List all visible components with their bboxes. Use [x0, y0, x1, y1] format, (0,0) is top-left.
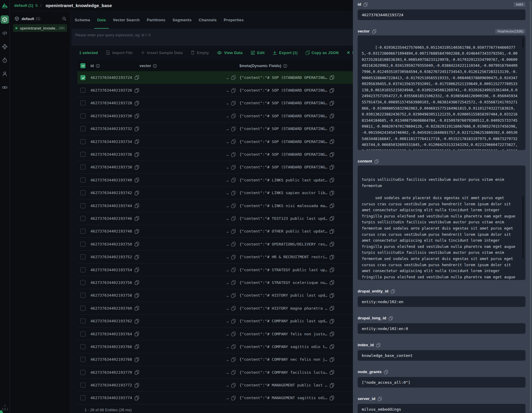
table-row[interactable]: 462737634402193732 … {"content":"# SOP (… [77, 123, 368, 135]
row-checkbox[interactable] [80, 229, 85, 234]
copy-icon[interactable] [330, 229, 334, 233]
copy-icon[interactable] [135, 178, 139, 182]
copy-icon[interactable] [330, 383, 334, 387]
connections-nav-icon[interactable] [1, 83, 9, 92]
table-row[interactable]: 462737634402193754 … {"content":"# STRAT… [77, 264, 368, 276]
edit-button[interactable]: Edit [251, 51, 265, 55]
copy-icon[interactable] [330, 191, 334, 195]
copy-icon[interactable] [330, 280, 334, 284]
copy-icon[interactable] [330, 114, 334, 118]
copy-icon[interactable] [231, 204, 235, 208]
row-checkbox[interactable] [80, 216, 85, 221]
table-row[interactable]: 462737634402193766 … {"content":"# COMPA… [77, 340, 368, 353]
row-checkbox[interactable] [80, 383, 85, 388]
copy-icon[interactable] [364, 2, 367, 6]
copy-icon[interactable] [330, 127, 334, 131]
row-checkbox[interactable] [80, 344, 85, 349]
copy-icon[interactable] [330, 396, 334, 400]
copy-icon[interactable] [330, 319, 334, 323]
copy-icon[interactable] [135, 216, 139, 220]
select-all-checkbox[interactable] [80, 63, 85, 68]
import-file-button[interactable]: Import File [106, 50, 133, 55]
export-button[interactable]: Export (1) [273, 51, 298, 55]
row-checkbox[interactable] [80, 100, 85, 105]
copy-icon[interactable] [330, 75, 334, 79]
copy-icon[interactable] [135, 319, 139, 323]
scrollbar-thumb[interactable] [522, 38, 524, 48]
copy-icon[interactable] [330, 88, 334, 92]
copy-icon[interactable] [389, 316, 392, 320]
copy-icon[interactable] [231, 229, 235, 233]
table-row[interactable]: 462737634402193772 … {"content":"# MANAG… [77, 379, 368, 391]
copy-icon[interactable] [384, 370, 388, 374]
insert-sample-data-button[interactable]: Insert Sample Data [141, 51, 183, 55]
database-selector[interactable]: default (1) [14, 3, 33, 8]
copy-icon[interactable] [330, 216, 334, 220]
tab[interactable]: Vector Search [109, 11, 143, 29]
copy-icon[interactable] [231, 332, 235, 336]
row-checkbox[interactable] [80, 152, 85, 157]
table-row[interactable]: 462737634402193744 … {"content":"# LINKS… [77, 199, 368, 212]
copy-icon[interactable] [231, 268, 235, 272]
row-checkbox[interactable] [80, 190, 85, 195]
copy-icon[interactable] [231, 357, 235, 362]
table-row[interactable]: 462737634402193726 … {"content":"# SOP (… [77, 84, 368, 97]
copy-icon[interactable] [231, 280, 235, 284]
row-checkbox[interactable] [80, 88, 85, 93]
tab[interactable]: Partitions [143, 11, 169, 29]
row-checkbox[interactable] [80, 113, 85, 118]
copy-icon[interactable] [135, 306, 139, 310]
copy-icon[interactable] [231, 293, 235, 297]
table-row[interactable]: 462737634402193728 … {"content":"# SOP (… [77, 97, 368, 110]
copy-icon[interactable] [231, 306, 235, 310]
copy-icon[interactable] [135, 139, 139, 144]
row-checkbox[interactable] [80, 267, 85, 272]
table-row[interactable]: 462737634402193746 … {"content":"# TEST1… [77, 212, 368, 225]
table-row[interactable]: 462737634402193752 … {"content":"# HR & … [77, 251, 368, 263]
plugins-nav-icon[interactable] [1, 43, 9, 51]
table-row[interactable]: 462737634402193730 … {"content":"# SOP (… [77, 110, 368, 122]
users-nav-icon[interactable] [1, 70, 9, 78]
row-checkbox[interactable] [80, 370, 85, 375]
copy-icon[interactable] [330, 242, 334, 246]
view-data-button[interactable]: View Data [217, 51, 243, 55]
copy-icon[interactable] [135, 268, 139, 272]
copy-icon[interactable] [135, 114, 139, 118]
row-checkbox[interactable] [80, 139, 85, 144]
empty-collection-button[interactable]: Empty [191, 50, 209, 55]
copy-icon[interactable] [372, 29, 376, 33]
copy-icon[interactable] [135, 75, 139, 79]
search-icon[interactable] [62, 17, 66, 21]
table-row[interactable]: 462737634402193736 … {"content":"# SOP (… [77, 148, 368, 161]
copy-icon[interactable] [330, 332, 334, 336]
copy-icon[interactable] [330, 344, 334, 349]
copy-as-json-button[interactable]: Copy as JSON [306, 51, 339, 55]
copy-icon[interactable] [135, 204, 139, 208]
table-row[interactable]: 462737634402193770 … {"content":"# COMPA… [77, 366, 368, 379]
copy-icon[interactable] [330, 370, 334, 374]
row-checkbox[interactable] [80, 357, 85, 362]
copy-icon[interactable] [330, 165, 334, 169]
copy-icon[interactable] [374, 159, 378, 163]
tree-collection-item[interactable]: openintranet_knowle... (88) [13, 24, 67, 32]
tab[interactable]: Channels [195, 11, 220, 29]
tab[interactable]: Data [94, 11, 109, 29]
vector-value-box[interactable]: [-0.029362354427576065,0.051343195140361… [358, 35, 525, 150]
copy-icon[interactable] [135, 152, 139, 157]
copy-icon[interactable] [330, 101, 334, 105]
copy-icon[interactable] [231, 165, 235, 169]
copy-icon[interactable] [231, 370, 235, 374]
copy-icon[interactable] [330, 204, 334, 208]
row-checkbox[interactable] [80, 293, 85, 298]
copy-icon[interactable] [135, 332, 139, 336]
table-row[interactable]: 462737634402193748 … {"content":"# OTHER… [77, 225, 368, 238]
table-row[interactable]: 462737634402193750 … {"content":"# OPERA… [77, 238, 368, 251]
copy-icon[interactable] [135, 191, 139, 195]
copy-icon[interactable] [376, 343, 380, 347]
copy-icon[interactable] [135, 396, 139, 400]
table-row[interactable]: 462737634402193758 … {"content":"# HISTO… [77, 289, 368, 302]
copy-icon[interactable] [330, 178, 334, 182]
copy-icon[interactable] [378, 397, 382, 401]
copy-icon[interactable] [330, 293, 334, 297]
copy-icon[interactable] [391, 289, 395, 293]
